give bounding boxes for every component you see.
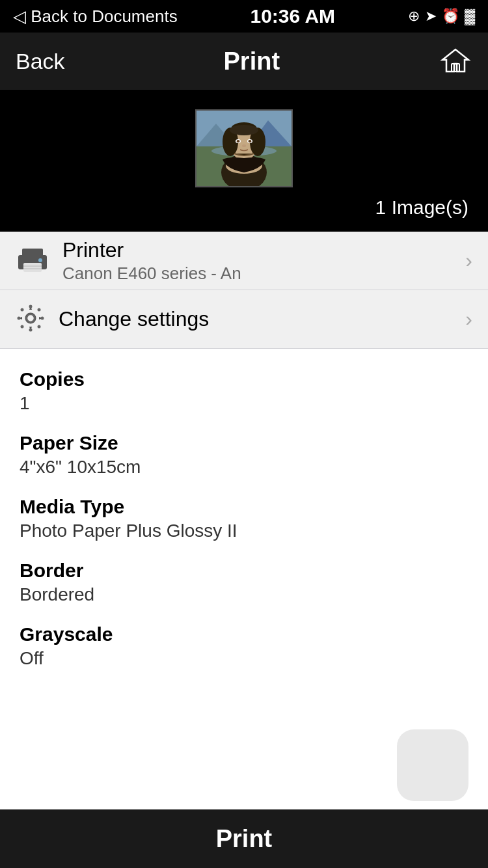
preview-area: 1 Image(s) [0,90,488,232]
detail-label: Grayscale [20,623,468,645]
svg-point-28 [29,328,33,331]
svg-point-33 [21,325,24,328]
svg-point-29 [18,316,21,319]
lock-icon: ⊕ [408,8,420,25]
svg-rect-22 [23,263,42,272]
svg-point-31 [21,308,24,311]
svg-point-19 [230,125,258,135]
printer-icon [16,246,49,276]
svg-point-32 [38,308,41,311]
printer-info: Printer Canon E460 series - An [62,238,459,284]
svg-rect-0 [452,64,459,72]
svg-rect-23 [23,265,42,267]
alarm-icon: ⏰ [442,8,459,25]
change-settings-row[interactable]: Change settings › [0,290,488,349]
detail-value: Bordered [20,584,468,605]
svg-rect-21 [22,249,43,256]
svg-point-18 [242,144,246,147]
printer-row[interactable]: Printer Canon E460 series - An › [0,232,488,290]
printer-label: Printer [62,238,459,262]
float-button-area [0,713,488,817]
battery-icon: ▓ [465,8,475,25]
detail-item: Copies 1 [20,368,468,414]
detail-label: Media Type [20,496,468,518]
detail-label: Paper Size [20,432,468,454]
detail-value: Off [20,648,468,669]
detail-item: Media Type Photo Paper Plus Glossy II [20,496,468,541]
gear-icon [16,303,46,336]
image-thumbnail [195,109,293,187]
detail-value: 4"x6" 10x15cm [20,457,468,478]
svg-point-30 [41,316,44,319]
status-time: 10:36 AM [251,5,336,27]
page-title: Print [224,47,280,75]
home-icon[interactable] [439,44,472,78]
detail-value: Photo Paper Plus Glossy II [20,521,468,541]
float-action-button[interactable] [397,729,468,801]
svg-rect-24 [23,268,42,269]
status-bar: ◁ Back to Documents 10:36 AM ⊕ ➤ ⏰ ▓ [0,0,488,33]
detail-label: Copies [20,368,468,390]
print-bar[interactable]: Print [0,809,488,868]
detail-item: Grayscale Off [20,623,468,669]
svg-point-16 [237,140,240,142]
image-count: 1 Image(s) [13,197,475,219]
svg-point-27 [29,305,33,308]
status-back-text: ◁ Back to Documents [13,7,178,27]
printer-value: Canon E460 series - An [62,264,459,284]
status-icons: ⊕ ➤ ⏰ ▓ [408,8,475,25]
svg-point-34 [38,325,41,328]
print-button-label: Print [216,825,273,853]
detail-item: Border Bordered [20,560,468,605]
back-button[interactable]: Back [16,49,65,74]
settings-chevron: › [465,307,472,331]
change-settings-label: Change settings [59,307,459,331]
printer-chevron: › [465,249,472,273]
detail-label: Border [20,560,468,582]
svg-point-35 [27,314,34,322]
back-to-documents: ◁ Back to Documents [13,7,178,27]
svg-point-25 [38,258,42,262]
nav-bar: Back Print [0,33,488,90]
detail-item: Paper Size 4"x6" 10x15cm [20,432,468,478]
details-section: Copies 1 Paper Size 4"x6" 10x15cm Media … [0,349,488,713]
svg-point-17 [249,140,252,142]
location-icon: ➤ [425,8,437,25]
change-settings-content: Change settings [59,307,459,331]
detail-value: 1 [20,393,468,414]
